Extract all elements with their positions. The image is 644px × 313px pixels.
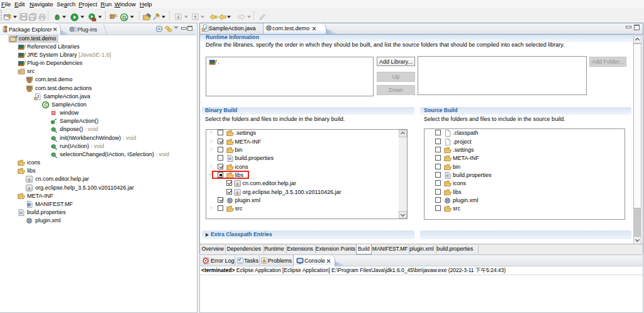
svg-text:G: G [123, 14, 127, 21]
svg-text:C: C [44, 102, 48, 108]
